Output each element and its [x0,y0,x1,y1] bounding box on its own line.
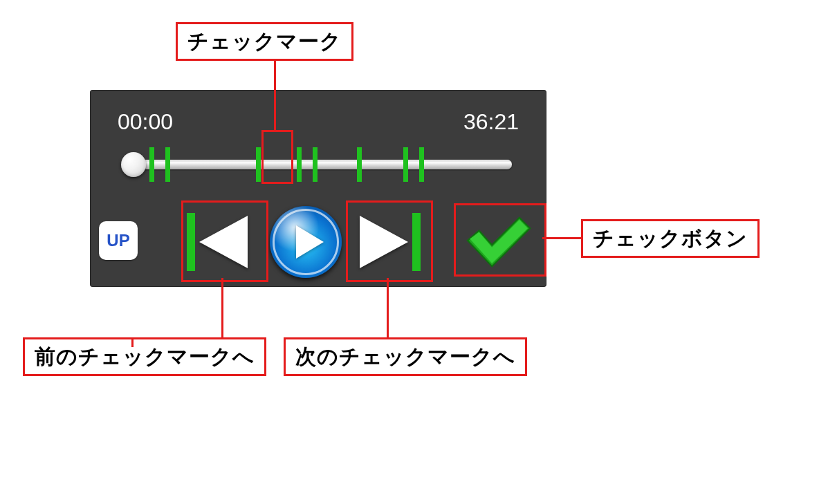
callout-checkmark-label: チェックマーク [176,22,353,61]
callout-prev-mark-label: 前のチェックマークへ [23,337,266,376]
current-time-label: 00:00 [118,109,173,135]
callout-next-mark-label: 次のチェックマークへ [284,337,527,376]
seek-track[interactable] [125,154,512,175]
track-checkmark-icon [419,147,424,182]
total-time-label: 36:21 [463,109,519,135]
highlight-next-button [346,200,433,282]
track-checkmark-icon [357,147,362,182]
connector-line [131,337,223,339]
highlight-checkmark-on-track [261,130,293,184]
highlight-check-button [454,203,546,277]
seek-thumb[interactable] [121,152,146,177]
play-icon [296,225,324,259]
track-checkmark-icon [256,147,261,182]
callout-check-button-label: チェックボタン [581,219,760,258]
track-checkmark-icon [297,147,302,182]
connector-line [274,61,276,130]
connector-line [542,237,581,239]
track-checkmark-icon [313,147,318,182]
track-checkmark-icon [165,147,170,182]
connector-line [221,278,223,337]
highlight-prev-button [181,200,268,282]
up-button[interactable]: UP [99,221,138,260]
connector-line [387,278,389,337]
track-checkmark-icon [403,147,408,182]
seek-bar [125,160,512,169]
connector-line [131,337,134,347]
play-button[interactable] [270,206,342,278]
track-checkmark-icon [149,147,154,182]
